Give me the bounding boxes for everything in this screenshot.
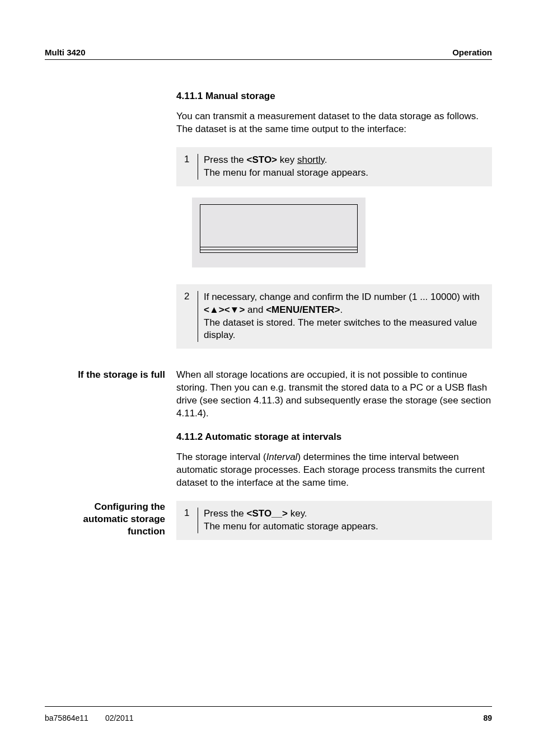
header-right: Operation [452,48,492,57]
side-label-configuring: Configuring the automatic storage functi… [45,501,165,538]
sto-key: <STO> [247,154,278,165]
step-1-text: Press the <STO> key shortly. The menu fo… [204,154,368,180]
config-step-1-text: Press the <STO__> key. The menu for auto… [204,508,378,533]
header-left: Multi 3420 [45,48,86,57]
config-step-1-number: 1 [184,508,198,533]
side-label-storage-full: If the storage is full [45,369,165,381]
interval-italic: Interval [266,452,298,462]
section-heading-auto-storage: 4.11.2 Automatic storage at intervals [176,431,492,443]
step-2-text: If necessary, change and confirm the ID … [204,291,484,342]
arrow-keys: <▲><▼> [204,304,245,315]
sto-long-key: <STO__> [247,508,288,519]
footer-page-number: 89 [483,713,492,722]
lcd-continue [200,247,357,250]
page-header: Multi 3420 Operation [45,48,492,60]
section-heading-manual-storage: 4.11.1 Manual storage [176,91,492,102]
step-1-number: 1 [184,154,198,180]
footer-date: 02/2011 [105,713,134,722]
menu-enter-key: <MENU/ENTER> [266,304,340,315]
step-2-number: 2 [184,291,198,342]
storage-full-text: When all storage locations are occupied,… [176,369,492,420]
intro-paragraph: You can transmit a measurement dataset t… [176,110,492,136]
page-footer: ba75864e11 02/2011 89 [45,706,492,722]
step-2-box: 2 If necessary, change and confirm the I… [176,284,492,349]
footer-doc-id: ba75864e11 [45,713,88,722]
config-step-1-box: 1 Press the <STO__> key. The menu for au… [176,501,492,540]
auto-storage-intro: The storage interval (Interval) determin… [176,451,492,490]
lcd-screen [192,198,366,267]
lcd-footer-timestamp [200,253,358,262]
step-1-box: 1 Press the <STO> key shortly. The menu … [176,147,492,186]
